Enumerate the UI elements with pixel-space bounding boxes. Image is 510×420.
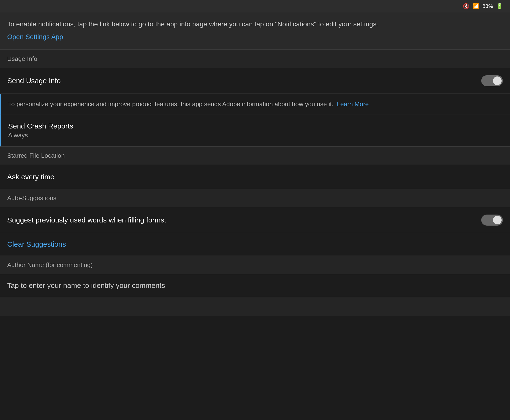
suggest-words-toggle[interactable] <box>481 215 503 225</box>
author-name-header-text: Author Name (for commenting) <box>7 261 93 269</box>
send-crash-reports-label: Send Crash Reports <box>8 122 503 130</box>
author-name-row[interactable]: Tap to enter your name to identify your … <box>0 274 510 297</box>
bottom-section <box>0 297 510 316</box>
usage-info-description-main: To personalize your experience and impro… <box>8 100 333 108</box>
open-settings-link[interactable]: Open Settings App <box>7 33 63 40</box>
notification-section: To enable notifications, tap the link be… <box>0 13 510 50</box>
starred-file-location-header-text: Starred File Location <box>7 152 65 159</box>
wifi-icon: 📶 <box>473 4 479 9</box>
usage-info-description-row: To personalize your experience and impro… <box>0 94 510 115</box>
ask-every-time-label: Ask every time <box>7 173 503 181</box>
suggest-words-label-container: Suggest previously used words when filli… <box>7 216 481 224</box>
usage-info-header-text: Usage Info <box>7 55 37 62</box>
toggle-thumb <box>493 76 502 85</box>
battery-percentage: 83% <box>482 3 493 9</box>
usage-info-description-text: To personalize your experience and impro… <box>8 100 369 108</box>
auto-suggestions-section-header: Auto-Suggestions <box>0 189 510 207</box>
usage-info-section-header: Usage Info <box>0 50 510 68</box>
suggest-words-label: Suggest previously used words when filli… <box>7 216 481 224</box>
battery-icon: 🔋 <box>496 4 503 9</box>
ask-every-time-label-container: Ask every time <box>7 173 503 181</box>
suggest-toggle-thumb <box>493 216 502 224</box>
learn-more-link[interactable]: Learn More <box>337 100 369 108</box>
status-bar: 🔇 📶 83% 🔋 <box>0 0 510 13</box>
starred-file-location-section-header: Starred File Location <box>0 146 510 165</box>
send-usage-info-label-container: Send Usage Info <box>7 77 481 85</box>
content-area: To enable notifications, tap the link be… <box>0 13 510 420</box>
send-crash-reports-row[interactable]: Send Crash Reports Always <box>0 115 510 146</box>
notification-description: To enable notifications, tap the link be… <box>7 19 503 29</box>
author-name-placeholder: Tap to enter your name to identify your … <box>7 281 165 289</box>
author-name-section-header: Author Name (for commenting) <box>0 256 510 274</box>
mute-icon: 🔇 <box>463 4 469 9</box>
send-usage-info-toggle[interactable] <box>481 75 503 86</box>
ask-every-time-row[interactable]: Ask every time <box>0 165 510 189</box>
suggest-words-row[interactable]: Suggest previously used words when filli… <box>0 207 510 233</box>
toggle-track[interactable] <box>481 75 503 86</box>
send-usage-info-row[interactable]: Send Usage Info <box>0 68 510 94</box>
status-icons: 🔇 📶 83% 🔋 <box>463 3 503 9</box>
clear-suggestions-row[interactable]: Clear Suggestions <box>0 233 510 256</box>
clear-suggestions-label: Clear Suggestions <box>7 240 66 248</box>
send-usage-info-label: Send Usage Info <box>7 77 481 85</box>
auto-suggestions-header-text: Auto-Suggestions <box>7 195 56 202</box>
suggest-toggle-track[interactable] <box>481 215 503 225</box>
send-crash-reports-value: Always <box>8 132 503 139</box>
